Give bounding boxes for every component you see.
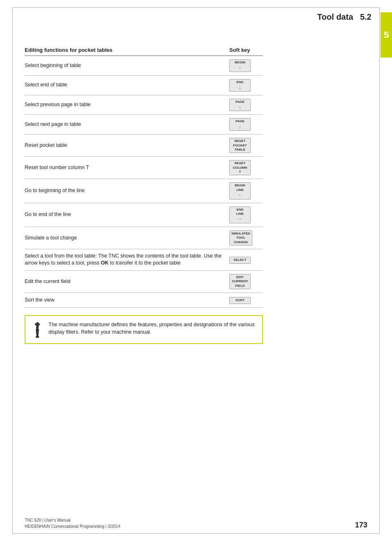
main-content: Editing functions for pocket tables Soft… <box>25 45 263 344</box>
table-row: Sort the viewSORT <box>25 293 263 307</box>
row-description: Select a tool from the tool table: The T… <box>25 249 226 270</box>
softkey-button: SIMULATEDTOOLCHANGE <box>229 230 252 246</box>
softkey-button: PAGE↓ <box>229 118 251 131</box>
page-title: Tool data 5.2 <box>317 12 371 21</box>
svg-rect-0 <box>36 322 39 330</box>
softkey-button: RESETPOCKETTABLE <box>229 138 251 153</box>
table-row: Go to beginning of the lineBEGINLINE← <box>25 179 263 203</box>
page-border-bottom <box>12 533 380 534</box>
footer-line2: HEIDENHAIN Conversational Programming | … <box>25 523 120 529</box>
softkey-button: SORT <box>229 297 251 304</box>
svg-rect-1 <box>35 323 40 325</box>
chapter-number: 5 <box>382 26 390 44</box>
row-softkey: SIMULATEDTOOLCHANGE <box>226 227 263 249</box>
table-row: Select a tool from the tool table: The T… <box>25 249 263 270</box>
page-border-left <box>12 7 13 534</box>
footer-left: TNC 620 | User's Manual HEIDENHAIN Conve… <box>25 517 120 529</box>
row-description: Go to beginning of the line <box>25 179 226 203</box>
table-row: Reset pocket tableRESETPOCKETTABLE <box>25 135 263 157</box>
col1-header: Editing functions for pocket tables <box>25 45 226 56</box>
row-description: Select beginning of table <box>25 56 226 76</box>
softkey-button: RESETCOLUMNT <box>229 160 251 175</box>
row-softkey: EDITCURRENTFIELD <box>226 270 263 293</box>
col2-header: Soft key <box>226 45 263 56</box>
softkey-button: BEGIN↑ <box>229 59 251 72</box>
table-row: Select beginning of tableBEGIN↑ <box>25 56 263 76</box>
row-description: Edit the current field <box>25 270 226 293</box>
row-softkey: ENDLINE→ <box>226 203 263 227</box>
row-softkey: RESETCOLUMNT <box>226 157 263 179</box>
table-row: Reset tool number column TRESETCOLUMNT <box>25 157 263 179</box>
row-description: Reset tool number column T <box>25 157 226 179</box>
table-row: Simulate a tool changeSIMULATEDTOOLCHANG… <box>25 227 263 249</box>
softkey-button: SELECT <box>229 257 251 263</box>
row-softkey: PAGE↑ <box>226 95 263 115</box>
row-description: Simulate a tool change <box>25 227 226 249</box>
row-softkey: BEGIN↑ <box>226 56 263 76</box>
softkey-button: PAGE↑ <box>229 99 251 111</box>
row-softkey: BEGINLINE← <box>226 179 263 203</box>
row-description: Sort the view <box>25 293 226 307</box>
table-row: Select end of tableEND↓ <box>25 75 263 95</box>
row-softkey: PAGE↓ <box>226 115 263 135</box>
table-row: Go to end of the lineENDLINE→ <box>25 203 263 227</box>
footer-line1: TNC 620 | User's Manual <box>25 517 120 523</box>
row-description: Select next page in table <box>25 115 226 135</box>
page-border-top <box>12 7 380 8</box>
row-description: Go to end of the line <box>25 203 226 227</box>
table-row: Select next page in tablePAGE↓ <box>25 115 263 135</box>
row-description: Select end of table <box>25 75 226 95</box>
note-icon <box>31 321 44 338</box>
page-border-right <box>379 7 380 534</box>
row-softkey: RESETPOCKETTABLE <box>226 135 263 157</box>
note-box: The machine manufacturer defines the fea… <box>25 315 263 344</box>
functions-table: Editing functions for pocket tables Soft… <box>25 45 263 308</box>
chapter-tab: 5 <box>380 12 392 58</box>
softkey-button: EDITCURRENTFIELD <box>229 274 251 289</box>
row-description: Select previous page in table <box>25 95 226 115</box>
wrench-icon <box>32 322 43 338</box>
row-softkey: SORT <box>226 293 263 307</box>
svg-rect-3 <box>36 336 39 338</box>
page-footer: TNC 620 | User's Manual HEIDENHAIN Conve… <box>25 517 367 529</box>
table-row: Edit the current fieldEDITCURRENTFIELD <box>25 270 263 293</box>
row-description: Reset pocket table <box>25 135 226 157</box>
page-number: 173 <box>355 521 367 529</box>
row-softkey: END↓ <box>226 75 263 95</box>
softkey-button: END↓ <box>229 79 251 92</box>
page-header: Tool data 5.2 <box>317 12 371 22</box>
softkey-button: ENDLINE→ <box>229 207 251 223</box>
table-row: Select previous page in tablePAGE↑ <box>25 95 263 115</box>
row-softkey: SELECT <box>226 249 263 270</box>
softkey-button: BEGINLINE← <box>229 182 251 199</box>
note-text: The machine manufacturer defines the fea… <box>48 321 256 337</box>
